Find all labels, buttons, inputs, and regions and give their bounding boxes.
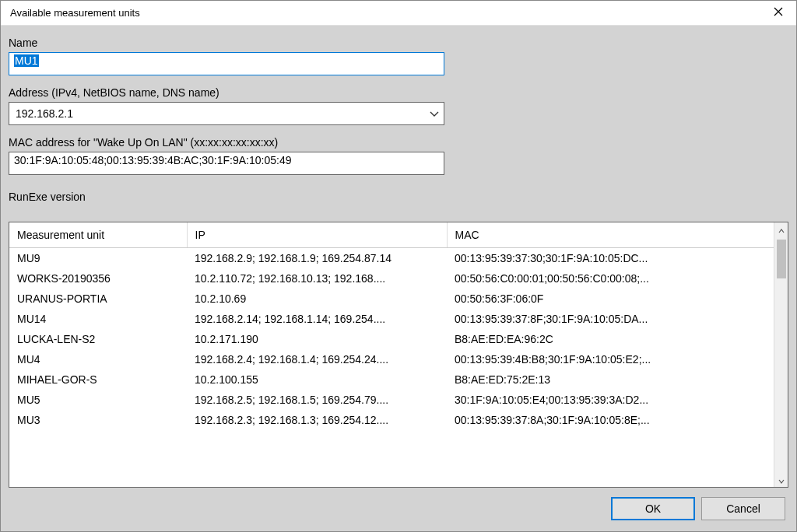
cell-ip: 10.2.100.155 xyxy=(187,369,447,390)
cell-ip: 192.168.2.4; 192.168.1.4; 169.254.24.... xyxy=(187,349,447,369)
cell-mac: 00:13:95:39:37:8A;30:1F:9A:10:05:8E;... xyxy=(447,410,774,430)
address-value: 192.168.2.1 xyxy=(16,107,73,120)
table-row[interactable]: MU9192.168.2.9; 192.168.1.9; 169.254.87.… xyxy=(9,248,774,268)
units-table-wrap: Measurement unit IP MAC MU9192.168.2.9; … xyxy=(9,222,788,488)
table-row[interactable]: MU4192.168.2.4; 192.168.1.4; 169.254.24.… xyxy=(9,349,774,369)
cell-ip: 192.168.2.5; 192.168.1.5; 169.254.79.... xyxy=(187,390,447,410)
cancel-button[interactable]: Cancel xyxy=(701,497,785,520)
name-label: Name xyxy=(9,37,788,49)
cell-mu: MU4 xyxy=(9,349,187,369)
cell-mu: MU9 xyxy=(9,248,187,268)
close-icon xyxy=(774,7,783,19)
mac-input-value: 30:1F:9A:10:05:48;00:13:95:39:4B:AC;30:1… xyxy=(14,154,292,166)
table-row[interactable]: URANUS-PORTIA10.2.10.6900:50:56:3F:06:0F xyxy=(9,289,774,309)
cell-mu: MU3 xyxy=(9,410,187,430)
scroll-thumb[interactable] xyxy=(777,240,786,278)
cancel-button-label: Cancel xyxy=(726,502,760,515)
address-label: Address (IPv4, NetBIOS name, DNS name) xyxy=(9,86,788,99)
cell-mac: 00:13:95:39:37:30;30:1F:9A:10:05:DC... xyxy=(447,248,774,268)
name-input[interactable]: MU1 xyxy=(9,52,444,75)
cell-mac: 30:1F:9A:10:05:E4;00:13:95:39:3A:D2... xyxy=(447,390,774,410)
table-fade xyxy=(9,473,774,487)
cell-mu: MIHAEL-GOR-S xyxy=(9,369,187,390)
ok-button[interactable]: OK xyxy=(611,497,695,520)
table-row[interactable]: MU5192.168.2.5; 192.168.1.5; 169.254.79.… xyxy=(9,390,774,410)
cell-mu: URANUS-PORTIA xyxy=(9,289,187,309)
cell-mu: MU14 xyxy=(9,309,187,329)
cell-mu: WORKS-20190356 xyxy=(9,268,187,289)
dialog-content: Name MU1 Address (IPv4, NetBIOS name, DN… xyxy=(1,26,796,531)
mac-label: MAC address for "Wake Up On LAN" (xx:xx:… xyxy=(9,136,788,149)
units-table: Measurement unit IP MAC MU9192.168.2.9; … xyxy=(9,222,774,430)
mac-input[interactable]: 30:1F:9A:10:05:48;00:13:95:39:4B:AC;30:1… xyxy=(9,152,444,175)
address-combobox[interactable]: 192.168.2.1 xyxy=(9,102,444,125)
cell-mac: 00:50:56:3F:06:0F xyxy=(447,289,774,309)
cell-mac: 00:13:95:39:4B:B8;30:1F:9A:10:05:E2;... xyxy=(447,349,774,369)
chevron-up-icon xyxy=(778,224,785,236)
address-field-row: Address (IPv4, NetBIOS name, DNS name) 1… xyxy=(9,86,788,125)
chevron-down-icon xyxy=(430,107,439,120)
cell-mac: B8:AE:ED:75:2E:13 xyxy=(447,369,774,390)
table-row[interactable]: LUCKA-LEN-S210.2.171.190B8:AE:ED:EA:96:2… xyxy=(9,329,774,349)
table-header-row: Measurement unit IP MAC xyxy=(9,222,774,248)
ok-button-label: OK xyxy=(645,502,661,515)
window-title: Available measurement units xyxy=(10,7,140,19)
col-header-ip[interactable]: IP xyxy=(187,222,447,248)
table-row[interactable]: WORKS-2019035610.2.110.72; 192.168.10.13… xyxy=(9,268,774,289)
name-input-value: MU1 xyxy=(14,54,39,67)
cell-mu: LUCKA-LEN-S2 xyxy=(9,329,187,349)
table-row[interactable]: MU14192.168.2.14; 192.168.1.14; 169.254.… xyxy=(9,309,774,329)
table-row[interactable]: MU3192.168.2.3; 192.168.1.3; 169.254.12.… xyxy=(9,410,774,430)
col-header-measurement-unit[interactable]: Measurement unit xyxy=(9,222,187,248)
scroll-track[interactable] xyxy=(774,236,788,473)
cell-ip: 10.2.10.69 xyxy=(187,289,447,309)
units-table-scroll: Measurement unit IP MAC MU9192.168.2.9; … xyxy=(9,222,774,487)
close-button[interactable] xyxy=(760,1,796,26)
cell-ip: 10.2.110.72; 192.168.10.13; 192.168.... xyxy=(187,268,447,289)
cell-ip: 10.2.171.190 xyxy=(187,329,447,349)
dialog-footer: OK Cancel xyxy=(9,488,788,523)
cell-mac: B8:AE:ED:EA:96:2C xyxy=(447,329,774,349)
titlebar: Available measurement units xyxy=(1,1,796,26)
mac-field-row: MAC address for "Wake Up On LAN" (xx:xx:… xyxy=(9,136,788,175)
cell-mac: 00:13:95:39:37:8F;30:1F:9A:10:05:DA... xyxy=(447,309,774,329)
cell-mac: 00:50:56:C0:00:01;00:50:56:C0:00:08;... xyxy=(447,268,774,289)
table-row[interactable]: MIHAEL-GOR-S10.2.100.155B8:AE:ED:75:2E:1… xyxy=(9,369,774,390)
scroll-up-button[interactable] xyxy=(774,222,788,236)
col-header-mac[interactable]: MAC xyxy=(447,222,774,248)
cell-ip: 192.168.2.3; 192.168.1.3; 169.254.12.... xyxy=(187,410,447,430)
name-field-row: Name MU1 xyxy=(9,37,788,75)
runexe-label: RunExe version xyxy=(9,191,788,203)
cell-mu: MU5 xyxy=(9,390,187,410)
chevron-down-icon xyxy=(778,474,785,486)
cell-ip: 192.168.2.9; 192.168.1.9; 169.254.87.14 xyxy=(187,248,447,268)
cell-ip: 192.168.2.14; 192.168.1.14; 169.254.... xyxy=(187,309,447,329)
vertical-scrollbar[interactable] xyxy=(774,222,788,487)
scroll-down-button[interactable] xyxy=(774,473,788,487)
